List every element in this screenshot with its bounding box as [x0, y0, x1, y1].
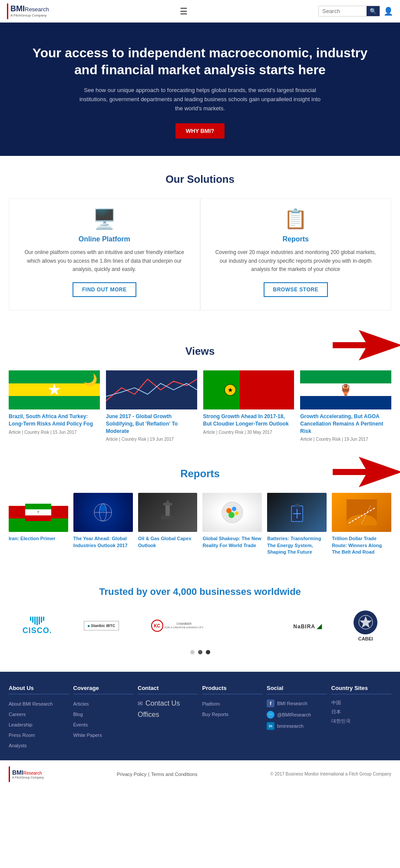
view-item-2[interactable]: ★ Strong Growth Ahead In 2017-18, But Cl…	[203, 370, 294, 442]
footer-products: Products Platform Buy Reports	[202, 685, 263, 752]
svg-point-20	[235, 512, 238, 515]
logo-nabira: NaBIRA ◢	[293, 622, 322, 630]
view-title-2: Strong Growth Ahead In 2017-18, But Clou…	[203, 413, 294, 428]
reports-button[interactable]: BROWSE STORE	[264, 282, 328, 297]
solution-card-platform: 🖥️ Online Platform Our online platform c…	[9, 198, 200, 310]
footer-coverage-heading: Coverage	[73, 685, 134, 694]
report-title-0: Iran: Election Primer	[9, 535, 68, 542]
report-card-1[interactable]: The Year Ahead: Global Industries Outloo…	[73, 493, 133, 555]
footer-link-buy-reports[interactable]: Buy Reports	[202, 712, 229, 717]
search-input[interactable]	[319, 6, 367, 16]
report-card-0[interactable]: ☥ Iran: Election Primer	[9, 493, 68, 555]
link-separator: |	[148, 772, 149, 777]
footer-contact: Contact ✉ Contact Us Offices	[138, 685, 198, 752]
trusted-title: Trusted by over 4,000 businesses worldwi…	[9, 586, 391, 597]
twitter-icon: 🐦	[267, 711, 274, 719]
view-title-0: Brazil, South Africa And Turkey: Long-Te…	[9, 413, 100, 428]
reports-grid: ☥ Iran: Election Primer The Year Ahead: …	[9, 493, 391, 555]
footer-link-careers[interactable]: Careers	[9, 712, 26, 717]
footer-link-offices[interactable]: Offices	[138, 711, 159, 719]
footer-link-white-papers[interactable]: White Papers	[73, 733, 102, 738]
footer-products-heading: Products	[202, 685, 263, 694]
solution-card-reports: 📋 Reports Covering over 20 major industr…	[200, 198, 392, 310]
contact-item-1[interactable]: Offices	[138, 711, 198, 719]
copyright: © 2017 Business Monitor International a …	[270, 772, 391, 776]
social-facebook[interactable]: f BMI Research	[267, 700, 327, 707]
view-item-0[interactable]: 🌙 ★ Brazil, South Africa And Turkey: Lon…	[9, 370, 100, 442]
svg-rect-3	[333, 469, 367, 475]
report-card-4[interactable]: Batteries: Transforming The Energy Syste…	[267, 493, 327, 555]
view-item-3[interactable]: 🏺 Growth Accelerating, But AGOA Cancella…	[300, 370, 391, 442]
footer-link-leadership[interactable]: Leadership	[9, 722, 32, 727]
footer-link-analysts[interactable]: Analysts	[9, 743, 27, 748]
view-meta-2: Article | Country Risk | 30 May 2017	[203, 430, 294, 435]
hero-headline: Your access to independent macroeconomic…	[26, 44, 374, 78]
hero-subtext: See how our unique approach to forecasti…	[79, 86, 322, 113]
report-thumb-5	[332, 493, 391, 532]
footer-logo-bar	[9, 766, 10, 782]
dot-1[interactable]	[198, 650, 202, 654]
hamburger-icon[interactable]: ☰	[180, 6, 188, 17]
facebook-icon: f	[267, 700, 274, 707]
svg-rect-15	[166, 501, 169, 505]
footer-grid: About Us About BMI Research Careers Lead…	[9, 685, 391, 752]
logo[interactable]: BMIResearch A FitchGroup Company	[7, 3, 49, 19]
header-right: 🔍 👤	[318, 6, 393, 17]
views-section: Views 🌙 ★ Brazil, South Africa And Turke…	[0, 328, 400, 455]
footer-bottom-links: Privacy Policy | Terms and Conditions	[117, 772, 198, 777]
logo-tagline: A FitchGroup Company	[10, 13, 49, 17]
footer-link-press[interactable]: Press Room	[9, 733, 35, 738]
privacy-policy-link[interactable]: Privacy Policy	[117, 772, 146, 777]
logo-cabei: CABEI	[354, 611, 377, 641]
footer-link-korea[interactable]: 대한민국	[331, 718, 392, 724]
footer-logo: BMIResearch A FitchGroup Company	[9, 766, 44, 782]
reports-title: Reports	[214, 235, 378, 243]
report-card-5[interactable]: Trillion Dollar Trade Route: Winners Alo…	[332, 493, 391, 555]
contact-item-0[interactable]: ✉ Contact Us	[138, 700, 198, 707]
footer-link-about-bmi[interactable]: About BMI Research	[9, 701, 53, 706]
footer-social-heading: Social	[267, 685, 327, 694]
footer-link-china[interactable]: 中国	[331, 700, 392, 706]
footer-link-blog[interactable]: Blog	[73, 712, 83, 717]
view-item-1[interactable]: June 2017 - Global Growth Solidifying, B…	[106, 370, 197, 442]
carousel-dots	[9, 650, 391, 654]
footer-logo-text: BMIResearch A FitchGroup Company	[12, 769, 44, 779]
report-thumb-2	[138, 493, 198, 532]
logo-bar	[7, 3, 8, 19]
footer-about-heading: About Us	[9, 685, 69, 694]
views-grid: 🌙 ★ Brazil, South Africa And Turkey: Lon…	[9, 370, 391, 442]
platform-button[interactable]: FIND OUT MORE	[73, 282, 136, 297]
footer-link-contact-us[interactable]: Contact Us	[145, 700, 180, 707]
logos-row: CISCO. ■ Stanbic IBTC KC CHAMBERFOR A CR…	[9, 611, 391, 641]
footer-link-events[interactable]: Events	[73, 722, 88, 727]
hero-section: Your access to independent macroeconomic…	[0, 23, 400, 156]
terms-link[interactable]: Terms and Conditions	[151, 772, 197, 777]
footer-coverage: Coverage Articles Blog Events White Pape…	[73, 685, 134, 752]
footer-link-articles[interactable]: Articles	[73, 701, 89, 706]
why-bmi-button[interactable]: WHY BMI?	[175, 123, 225, 139]
social-linkedin[interactable]: in bmiresearch	[267, 722, 327, 730]
footer-logo-main: BMIResearch	[12, 769, 44, 776]
footer-country: Country Sites 中国 日本 대한민국	[331, 685, 392, 752]
footer-link-platform[interactable]: Platform	[202, 701, 220, 706]
platform-desc: Our online platform comes with an intuit…	[22, 248, 187, 274]
report-title-2: Oil & Gas Global Capex Outlook	[138, 535, 198, 549]
footer-bottom: BMIResearch A FitchGroup Company Privacy…	[0, 760, 400, 788]
search-button[interactable]: 🔍	[367, 6, 380, 16]
nav-menu-btn[interactable]: ☰	[180, 6, 188, 17]
social-twitter[interactable]: 🐦 @BMIResearch	[267, 711, 327, 719]
logo-main: BMIResearch	[10, 5, 49, 13]
report-card-3[interactable]: Global Shakeup: The New Reality For Worl…	[202, 493, 262, 555]
svg-text:☥: ☥	[37, 510, 40, 514]
logo-kc: KC CHAMBERFOR A CREATIVE KANSAS CITY	[151, 620, 204, 632]
footer-contact-heading: Contact	[138, 685, 198, 694]
dot-0[interactable]	[190, 650, 195, 654]
footer-about: About Us About BMI Research Careers Lead…	[9, 685, 69, 752]
dot-2[interactable]	[206, 650, 210, 654]
footer-link-japan[interactable]: 日本	[331, 709, 392, 715]
solutions-section: Our Solutions 🖥️ Online Platform Our onl…	[0, 156, 400, 328]
reports-arrow	[333, 457, 400, 487]
report-card-2[interactable]: Oil & Gas Global Capex Outlook	[138, 493, 198, 555]
user-icon[interactable]: 👤	[383, 7, 393, 16]
view-meta-1: Article | Country Risk | 19 Jun 2017	[106, 437, 197, 442]
